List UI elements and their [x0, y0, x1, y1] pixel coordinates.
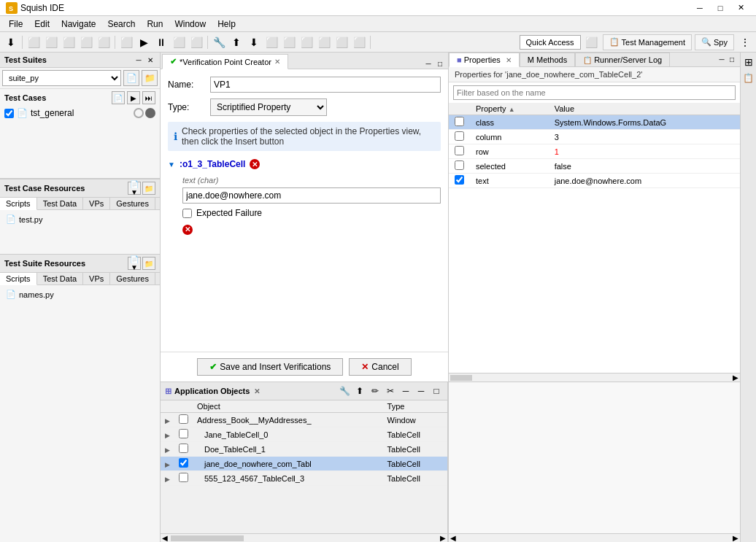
vp-tab-close[interactable]: ✕: [274, 58, 280, 66]
ao-tool-4[interactable]: ✂: [384, 384, 397, 398]
menu-search[interactable]: Search: [101, 18, 141, 31]
ao-row-jane-doe-email[interactable]: ▶ jane_doe_nowhere_com_Tabl TableCell: [161, 457, 447, 471]
toolbar-btn-20[interactable]: ⬜: [351, 34, 367, 50]
prop-checkbox-selected[interactable]: [455, 160, 464, 170]
props-row-class[interactable]: class System.Windows.Forms.DataG: [449, 115, 740, 130]
menu-window[interactable]: Window: [169, 18, 212, 31]
ao-minimize-btn[interactable]: ─: [414, 384, 428, 398]
ao-scroll-thumb[interactable]: [171, 535, 244, 541]
toolbar-btn-16[interactable]: ⬜: [281, 34, 297, 50]
file-item-names-py[interactable]: 📄 names.py: [3, 288, 157, 301]
props-bottom-scroll-right[interactable]: ▶: [731, 534, 740, 542]
toolbar-btn-13[interactable]: ⬆: [228, 34, 244, 50]
menu-help[interactable]: Help: [212, 18, 242, 31]
props-row-column[interactable]: column 3: [449, 130, 740, 144]
props-scroll-right[interactable]: ▶: [731, 373, 740, 382]
suite-dropdown[interactable]: suite_py: [2, 70, 121, 86]
toolbar-btn-8[interactable]: ▶: [136, 34, 152, 50]
ao-scroll-left[interactable]: ◀: [161, 534, 169, 542]
tab-vps-ts[interactable]: VPs: [83, 273, 110, 284]
props-filter-input[interactable]: [453, 85, 736, 100]
type-select[interactable]: Scriptified Property: [210, 98, 327, 116]
spy-button[interactable]: 🔍 Spy: [695, 34, 734, 50]
toolbar-btn-10[interactable]: ⬜: [171, 34, 187, 50]
toolbar-btn-15[interactable]: ⬜: [263, 34, 279, 50]
toolbar-right-btn-1[interactable]: ⬜: [584, 34, 600, 50]
props-tab[interactable]: ■ Properties ✕: [449, 53, 520, 67]
new-suite-btn[interactable]: 📄: [123, 70, 139, 86]
props-bottom-scroll-left[interactable]: ◀: [449, 534, 458, 542]
props-scroll-thumb[interactable]: [450, 375, 472, 381]
ao-row-doe[interactable]: ▶ Doe_TableCell_1 TableCell: [161, 442, 447, 457]
menu-run[interactable]: Run: [141, 18, 169, 31]
toolbar-btn-6[interactable]: ⬜: [96, 34, 112, 50]
props-minimize-btn[interactable]: ─: [717, 55, 727, 65]
vp-maximize-btn[interactable]: □: [435, 58, 445, 69]
props-bottom-scroll-track[interactable]: [458, 535, 731, 541]
props-row-row[interactable]: row 1: [449, 144, 740, 159]
props-col-property[interactable]: Property ▲: [470, 103, 549, 115]
expand-icon-ab[interactable]: ▶: [165, 417, 170, 425]
ao-check-doe[interactable]: [179, 444, 188, 453]
expand-icon-email[interactable]: ▶: [165, 461, 170, 468]
side-btn-2[interactable]: 📋: [742, 71, 755, 85]
tab-vps-tc[interactable]: VPs: [83, 198, 110, 209]
ao-tool-1[interactable]: 🔧: [338, 384, 351, 398]
tab-gestures-tc[interactable]: Gestures: [110, 198, 155, 209]
ao-col-object[interactable]: Object: [193, 400, 383, 413]
ao-check-ab[interactable]: [179, 414, 188, 424]
file-item-test-py[interactable]: 📄 test.py: [3, 213, 157, 225]
toolbar-btn-17[interactable]: ⬜: [298, 34, 315, 50]
tab-scripts-ts[interactable]: Scripts: [0, 273, 37, 285]
run-all-btn[interactable]: ▶: [127, 91, 140, 104]
ao-tool-3[interactable]: ✏: [369, 384, 382, 398]
props-scroll-track[interactable]: [474, 375, 731, 381]
open-suite-btn[interactable]: 📁: [142, 70, 158, 86]
prop-checkbox-text[interactable]: [455, 175, 464, 185]
property-value-input[interactable]: [182, 187, 441, 204]
close-button[interactable]: ✕: [731, 2, 750, 14]
new-testcase-btn[interactable]: 📄: [112, 91, 125, 104]
toolbar-btn-1[interactable]: ⬇: [3, 34, 19, 50]
ao-check-email[interactable]: [179, 458, 188, 468]
run-selected-btn[interactable]: ⏭: [142, 91, 155, 104]
toolbar-btn-19[interactable]: ⬜: [333, 34, 350, 50]
collapse-arrow[interactable]: ▼: [168, 160, 175, 169]
object-error-btn[interactable]: ✕: [250, 159, 260, 169]
tsr-new-btn[interactable]: 📄▼: [128, 257, 141, 270]
expand-icon-doe[interactable]: ▶: [165, 446, 170, 454]
expected-failure-checkbox[interactable]: [182, 209, 192, 218]
test-suites-minimize[interactable]: ─: [134, 55, 144, 65]
tab-testdata-tc[interactable]: Test Data: [37, 198, 83, 209]
prop-checkbox-row[interactable]: [455, 146, 464, 155]
ao-check-phone[interactable]: [179, 473, 188, 482]
ao-maximize-btn[interactable]: □: [430, 384, 443, 398]
save-insert-button[interactable]: ✔ Save and Insert Verifications: [197, 358, 343, 376]
toolbar-btn-7[interactable]: ⬜: [118, 34, 134, 50]
menu-file[interactable]: File: [3, 18, 28, 31]
maximize-button[interactable]: □: [711, 2, 730, 14]
ao-col-type[interactable]: Type: [383, 400, 447, 413]
test-case-item-tst-general[interactable]: 📄 tst_general: [0, 107, 160, 120]
methods-tab[interactable]: M Methods: [520, 53, 575, 66]
toolbar-btn-11[interactable]: ⬜: [188, 34, 204, 50]
toolbar-btn-14[interactable]: ⬇: [246, 34, 262, 50]
toolbar-btn-3[interactable]: ⬜: [43, 34, 59, 50]
server-log-tab[interactable]: 📋 Runner/Server Log: [575, 53, 670, 66]
expand-icon-jane[interactable]: ▶: [165, 432, 170, 439]
props-maximize-btn[interactable]: □: [727, 55, 737, 65]
toolbar-btn-2[interactable]: ⬜: [26, 34, 42, 50]
props-bottom-scrollbar[interactable]: ◀ ▶: [449, 533, 740, 542]
menu-edit[interactable]: Edit: [28, 18, 55, 31]
quick-access-button[interactable]: Quick Access: [520, 35, 581, 50]
minimize-button[interactable]: ─: [690, 2, 709, 14]
props-scrollbar[interactable]: ▶: [449, 373, 740, 382]
prop-checkbox-column[interactable]: [455, 131, 464, 141]
tab-gestures-ts[interactable]: Gestures: [110, 273, 155, 284]
props-row-text[interactable]: text jane.doe@nowhere.com: [449, 174, 740, 188]
tcr-new-btn[interactable]: 📄▼: [128, 182, 141, 195]
toolbar-btn-9[interactable]: ⏸: [153, 34, 169, 50]
toolbar-btn-18[interactable]: ⬜: [316, 34, 332, 50]
ao-row-phone[interactable]: ▶ 555_123_4567_TableCell_3 TableCell: [161, 471, 447, 486]
vp-minimize-btn[interactable]: ─: [423, 58, 433, 69]
